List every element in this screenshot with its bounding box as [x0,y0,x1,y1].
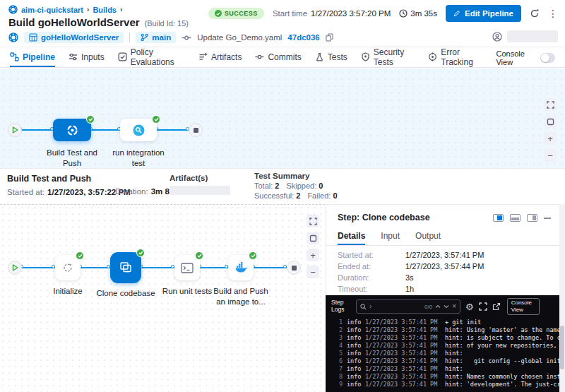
edit-pipeline-button[interactable]: Edit Pipeline [446,5,521,22]
tab-security-tests[interactable]: Security Tests [361,48,415,67]
pencil-icon [453,10,460,17]
zoom-in-button[interactable]: + [544,132,557,145]
detail-label: Timeout: [338,285,405,293]
tab-pipeline[interactable]: Pipeline [10,48,55,67]
zoom-out-button[interactable]: − [307,266,319,278]
console-view-toggle[interactable] [540,53,555,63]
log-timestamp: 1/27/2023 3:57:41 PM [365,334,439,342]
user-icon[interactable] [492,32,502,42]
stage-artifacts: Artifact(s) [170,174,230,195]
scrollbar-thumb[interactable] [560,326,564,369]
graph-edge [22,267,55,268]
step-node-clone-codebase[interactable] [110,252,141,283]
step-node-label[interactable]: Clone codebase [93,288,158,299]
clone-codebase-icon [119,261,133,275]
stage-summary-strip: Build Test and Push Started at: 1/27/202… [0,168,565,204]
started-label: Started at: [7,188,44,196]
layout-split-view-icon[interactable] [493,214,504,222]
layout-right-view-icon[interactable] [527,214,537,222]
log-search-input[interactable] [374,303,422,310]
pipeline-end-node[interactable] [189,123,203,137]
tab-output[interactable]: Output [415,227,441,245]
tab-policy-evaluations[interactable]: Policy Evaluations [118,48,185,67]
inputs-icon [69,52,78,61]
success-check-icon [249,251,257,260]
expand-canvas-icon[interactable] [307,215,319,227]
log-message: hint: [445,350,559,357]
step-details-panel: Step: Clone codebase Details Input Outpu… [326,204,559,295]
start-time-label: Start time [273,9,307,18]
repo-chip[interactable]: goHelloWorldServer [24,32,124,43]
step-node-initialize[interactable] [55,255,81,280]
detail-label: Duration: [338,274,405,282]
zoom-in-button[interactable]: + [307,249,319,261]
search-prev-icon[interactable] [435,304,441,309]
elapsed-value: 3m 35s [410,9,437,18]
breadcrumb-builds-link[interactable]: Builds [93,6,117,14]
tab-label: Tests [328,52,347,62]
log-lines[interactable]: 1info1/27/2023 3:57:41 PM+ git init 2inf… [326,316,559,388]
console-header: Step Logs › 0/0 × ⚙ [326,295,559,316]
log-level: info [347,365,361,373]
stage-node-build-test-and-push[interactable] [53,119,91,141]
log-settings-gear-icon[interactable]: ⚙ [465,302,474,311]
layout-bottom-view-icon[interactable] [510,214,521,222]
fit-to-screen-icon[interactable] [544,115,557,128]
successful-value: 2 [296,191,300,200]
pipeline-start-node[interactable] [8,123,22,137]
search-close-icon[interactable]: × [452,303,456,310]
step-detail-rows: Started at: 1/27/2023, 3:57:41 PM Ended … [338,251,552,297]
fit-to-screen-icon[interactable] [307,232,319,244]
log-timestamp: 1/27/2023 3:57:41 PM [365,381,439,388]
step-node-label[interactable]: Build and Push an image to... [208,286,273,307]
expand-canvas-icon[interactable] [544,98,557,111]
graph-edge [157,129,189,131]
stage-node-label[interactable]: run integration test [106,148,171,169]
step-node-label[interactable]: Initialize [35,286,100,297]
graph-edge [91,129,120,131]
stage-start-node[interactable] [8,261,22,275]
console-view-button[interactable]: Console View [507,298,540,315]
tab-commits[interactable]: Commits [255,48,301,67]
build-title-row: Build goHelloWorldServer (Build Id: 15) [8,16,189,28]
breadcrumb-project-link[interactable]: aim-ci-quickstart [21,6,83,14]
stage-node-run-integration-test[interactable] [120,119,157,141]
tab-inputs[interactable]: Inputs [69,48,105,67]
repository-icon [29,33,37,42]
fullscreen-logs-icon[interactable] [479,302,487,311]
more-options-icon[interactable]: ⋮ [548,8,558,18]
commit-sha-link[interactable]: 47dc036 [287,33,319,42]
tab-error-tracking[interactable]: Error Tracking [428,48,482,67]
panel-scrollbar[interactable] [559,204,565,392]
stage-node-label[interactable]: Build Test and Push [40,148,105,169]
open-in-new-tab-icon[interactable] [492,302,501,311]
duration-label: Duration: [115,187,148,196]
search-next-icon[interactable] [444,304,449,309]
step-graph-canvas[interactable]: Initialize Clone codebase Run unit tests… [0,204,325,392]
step-node-build-and-push-image[interactable] [228,255,254,280]
test-summary-line2: Successful:2 Failed:0 [254,191,338,200]
log-level: info [347,373,361,381]
harness-build-page: aim-ci-quickstart › Builds › SUCCESS Sta… [0,0,565,392]
harness-logo-icon [8,5,18,14]
tab-tests[interactable]: Tests [315,48,347,67]
branch-icon [141,33,148,42]
tab-input[interactable]: Input [381,227,400,245]
step-node-run-unit-tests[interactable] [174,255,200,280]
success-check-icon [215,10,222,17]
search-icon [360,304,367,310]
success-check-icon [86,115,95,124]
copy-icon[interactable] [326,33,333,42]
artifact-link-redacted[interactable] [170,186,230,195]
tab-artifacts[interactable]: Artifacts [198,48,242,67]
branch-chip[interactable]: main [136,32,176,43]
success-check-icon [152,115,160,124]
collapse-panel-icon[interactable] [544,218,551,219]
detail-row: Timeout: 1h [338,285,552,293]
stage-graph-canvas[interactable]: Build Test and Push run integration test… [0,69,565,168]
zoom-out-button[interactable]: − [544,149,557,162]
tab-details[interactable]: Details [338,227,365,245]
branch-name: main [152,33,171,42]
stage-end-node[interactable] [287,261,301,275]
refresh-icon[interactable] [530,8,540,18]
